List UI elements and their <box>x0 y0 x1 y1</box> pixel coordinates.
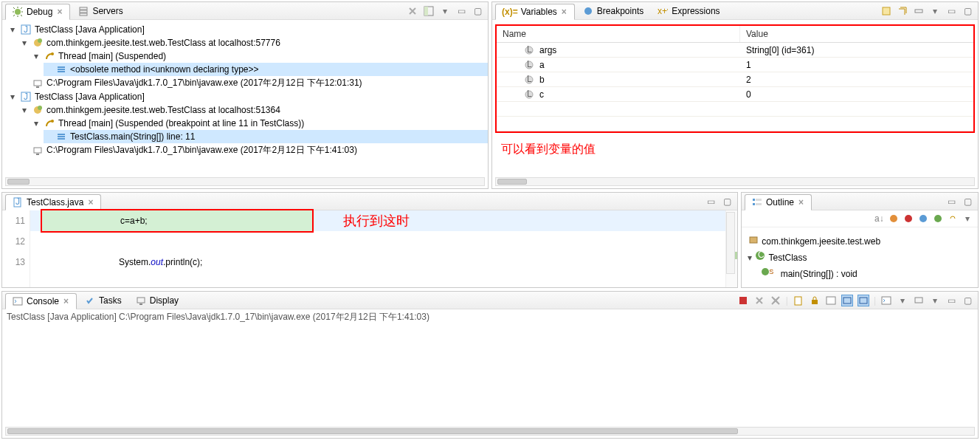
debug-tree-node[interactable]: C:\Program Files\Java\jdk1.7.0_17\bin\ja… <box>20 143 488 157</box>
close-icon[interactable]: × <box>55 7 63 17</box>
tab-outline[interactable]: Outline × <box>745 194 812 210</box>
toggle-icon[interactable] <box>913 5 925 17</box>
minimize-icon[interactable]: ▭ <box>705 196 717 207</box>
variables-table: Name Value LargsString[0] (id=361)La1Lb2… <box>495 24 975 133</box>
debug-tree-node[interactable]: ▾com.thinkgem.jeesite.test.web.TestClass… <box>20 103 488 117</box>
show-console-on-out-icon[interactable] <box>841 295 853 306</box>
show-type-names-icon[interactable] <box>880 5 892 17</box>
variable-row[interactable]: LargsString[0] (id=361) <box>497 43 973 58</box>
tab-debug[interactable]: Debug × <box>5 4 70 20</box>
minimize-icon[interactable]: ▭ <box>945 295 957 306</box>
hide-local-icon[interactable] <box>932 213 944 224</box>
code-editor[interactable]: 11 12 13 c=a+b; 执行到这时 System.out.println… <box>2 210 737 287</box>
tab-breakpoints[interactable]: Breakpoints <box>576 3 649 19</box>
remove-launch-icon[interactable] <box>753 295 765 306</box>
svg-point-45 <box>890 215 897 222</box>
tab-editor-file[interactable]: J TestClass.java × <box>5 194 101 210</box>
remove-terminated-icon[interactable] <box>407 5 418 17</box>
svg-rect-57 <box>795 297 801 305</box>
java-app-icon: J <box>20 91 32 103</box>
console-output[interactable] <box>2 325 978 428</box>
close-icon[interactable]: × <box>560 7 568 17</box>
pin-console-icon[interactable] <box>825 295 837 306</box>
svg-point-10 <box>51 52 54 55</box>
outline-tree[interactable]: com.thinkgem.jeesite.test.web ▾ C TestCl… <box>742 227 978 285</box>
debug-tree-node[interactable]: ▾Thread [main] (Suspended (breakpoint at… <box>32 117 488 130</box>
maximize-icon[interactable]: ▢ <box>962 295 973 306</box>
debug-tree-node[interactable]: <obsolete method in<unknown declaring ty… <box>44 63 488 76</box>
debug-tree-node[interactable]: C:\Program Files\Java\jdk1.7.0_17\bin\ja… <box>20 76 488 90</box>
expand-toggle[interactable]: ▾ <box>8 24 17 35</box>
console-dropdown-icon[interactable]: ▾ <box>897 295 908 306</box>
variable-row[interactable]: La1 <box>497 58 973 72</box>
maximize-icon[interactable]: ▢ <box>962 5 973 17</box>
h-scrollbar[interactable] <box>495 177 975 186</box>
hide-static-icon[interactable] <box>903 213 914 224</box>
debug-tree-node[interactable]: ▾JTestClass [Java Application] <box>8 90 488 103</box>
variable-row[interactable]: Lc0 <box>497 87 973 102</box>
col-header-value[interactable]: Value <box>740 26 973 42</box>
tasks-icon <box>84 295 96 306</box>
tab-expressions[interactable]: x+y Expressions <box>651 3 725 19</box>
close-icon[interactable]: × <box>86 197 94 207</box>
maximize-icon[interactable]: ▢ <box>472 5 483 17</box>
minimize-icon[interactable]: ▭ <box>945 5 957 17</box>
terminate-icon[interactable] <box>737 295 749 306</box>
maximize-icon[interactable]: ▢ <box>962 196 973 207</box>
var-name: b <box>539 75 545 85</box>
sort-icon[interactable]: a↓z <box>873 213 885 224</box>
h-scrollbar[interactable] <box>5 177 485 186</box>
tab-display[interactable]: Display <box>129 292 184 309</box>
debug-tree-node[interactable]: ▾JTestClass [Java Application] <box>8 23 488 36</box>
var-value: 1 <box>740 60 973 70</box>
view-menu-icon[interactable]: ▾ <box>439 5 451 17</box>
code-line-13[interactable]: System.out.println(c); <box>30 252 725 272</box>
local-var-icon: L <box>523 74 535 86</box>
svg-rect-21 <box>58 134 65 135</box>
view-menu-icon[interactable]: ▾ <box>929 5 941 17</box>
tab-servers[interactable]: Servers <box>72 3 128 19</box>
remove-all-icon[interactable] <box>770 295 781 306</box>
v-scrollbar[interactable] <box>726 212 735 274</box>
code-line-12[interactable] <box>30 231 725 252</box>
display-selected-console-icon[interactable] <box>913 295 925 306</box>
minimize-icon[interactable]: ▭ <box>455 5 467 17</box>
svg-rect-61 <box>860 298 867 303</box>
debug-tree-node[interactable]: ▾Thread [main] (Suspended) <box>32 49 488 63</box>
debug-tree-node[interactable]: TestClass.main(String[]) line: 11 <box>44 130 488 143</box>
console-status: TestClass [Java Application] C:\Program … <box>2 309 978 325</box>
maximize-icon[interactable]: ▢ <box>721 196 733 207</box>
debug-tree[interactable]: ▾JTestClass [Java Application]▾com.think… <box>2 20 488 175</box>
tab-variables[interactable]: (x)= Variables × <box>495 4 575 20</box>
tab-console[interactable]: Console × <box>5 293 77 309</box>
link-icon[interactable] <box>947 213 959 224</box>
hide-nonpublic-icon[interactable] <box>917 213 929 224</box>
debug-tree-node[interactable]: ▾com.thinkgem.jeesite.test.web.TestClass… <box>20 36 488 49</box>
minimize-icon[interactable]: ▭ <box>945 196 957 207</box>
code-line-11[interactable]: c=a+b; 执行到这时 <box>30 210 725 231</box>
tab-tasks[interactable]: Tasks <box>78 292 128 309</box>
layout-icon[interactable] <box>423 5 435 17</box>
hide-fields-icon[interactable] <box>888 213 900 224</box>
annotation-text: 执行到这时 <box>343 210 410 231</box>
clear-console-icon[interactable] <box>793 295 804 306</box>
expand-toggle[interactable]: ▾ <box>20 38 29 48</box>
expand-toggle[interactable]: ▾ <box>20 105 29 115</box>
expand-toggle[interactable]: ▾ <box>8 92 17 102</box>
h-scrollbar[interactable] <box>5 427 975 436</box>
svg-rect-60 <box>843 298 851 303</box>
console-dropdown-2-icon[interactable]: ▾ <box>929 295 941 306</box>
close-icon[interactable]: × <box>62 296 70 306</box>
close-icon[interactable]: × <box>797 197 805 207</box>
variable-row[interactable]: Lb2 <box>497 72 973 87</box>
show-console-on-err-icon[interactable] <box>858 295 869 306</box>
col-header-name[interactable]: Name <box>497 26 740 42</box>
tab-label: Variables <box>521 7 557 17</box>
scroll-lock-icon[interactable] <box>809 295 821 306</box>
expand-toggle[interactable]: ▾ <box>748 253 752 263</box>
expand-toggle[interactable]: ▾ <box>32 118 41 128</box>
open-console-icon[interactable] <box>880 295 892 306</box>
collapse-all-icon[interactable] <box>897 5 908 17</box>
view-menu-icon[interactable]: ▾ <box>962 213 973 224</box>
expand-toggle[interactable]: ▾ <box>32 51 41 61</box>
